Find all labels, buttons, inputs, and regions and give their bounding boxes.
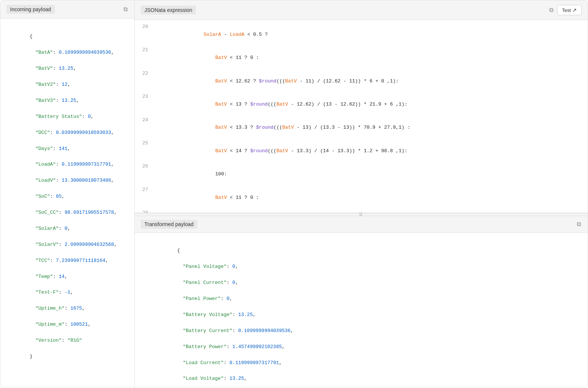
code-line-25: 25 BatV < 14 ? $round(((BatV - 13.3) / (…	[135, 140, 588, 163]
incoming-payload-code: { "BatA": 0.1099999994039536, "BatV": 13…	[6, 25, 128, 369]
code-line-26: 26 100:	[135, 163, 588, 186]
expression-actions: ⧉ Test ↗	[548, 5, 582, 15]
transformed-payload-copy-icon[interactable]: ⧉	[576, 220, 582, 229]
transformed-payload-title: Transformed payload	[141, 220, 197, 229]
code-line-21: 21 BatV < 11 ? 0 :	[135, 46, 588, 69]
code-line-22: 22 BatV < 12.62 ? $round(((BatV - 11) / …	[135, 70, 588, 93]
code-line-23: 23 BatV < 13 ? $round(((BatV - 12.62) / …	[135, 93, 588, 116]
right-content: 20 SolarA - LoadA < 0.5 ? 21 BatV < 11 ?…	[135, 20, 588, 388]
code-line-20: 20 SolarA - LoadA < 0.5 ?	[135, 23, 588, 46]
test-button[interactable]: Test ↗	[557, 5, 582, 15]
expression-header: JSONata expression ⧉ Test ↗	[135, 0, 588, 20]
incoming-payload-content: { "BatA": 0.1099999994039536, "BatV": 13…	[0, 19, 134, 388]
code-line-27: 27 BatV < 11 ? 0 :	[135, 186, 588, 209]
left-panel: Incoming payload ⧉ { "BatA": 0.109999999…	[0, 0, 135, 388]
code-line-28: 28 BatV < 13.232 ? $round(((BatV - 11) /…	[135, 209, 588, 213]
transformed-code: { "Panel Voltage": 0, "Panel Current": 0…	[142, 239, 580, 388]
transformed-section: Transformed payload ⧉ { "Panel Voltage":…	[135, 216, 588, 388]
code-line-24: 24 BatV < 13.3 ? $round(((BatV - 13) / (…	[135, 116, 588, 140]
transformed-payload-content: { "Panel Voltage": 0, "Panel Current": 0…	[135, 233, 588, 388]
test-button-label: Test	[562, 7, 571, 13]
expression-copy-icon[interactable]: ⧉	[548, 6, 554, 15]
expression-area: 20 SolarA - LoadA < 0.5 ? 21 BatV < 11 ?…	[135, 20, 588, 213]
right-panel: JSONata expression ⧉ Test ↗ 20 SolarA - …	[135, 0, 588, 388]
transformed-payload-header: Transformed payload ⧉	[135, 216, 588, 233]
test-button-icon: ↗	[572, 7, 577, 13]
incoming-payload-title: Incoming payload	[6, 5, 55, 14]
resize-handle[interactable]: ⠿	[135, 213, 588, 216]
expression-title: JSONata expression	[141, 6, 196, 15]
incoming-payload-header: Incoming payload ⧉	[0, 0, 134, 19]
incoming-payload-copy-icon[interactable]: ⧉	[123, 5, 128, 14]
